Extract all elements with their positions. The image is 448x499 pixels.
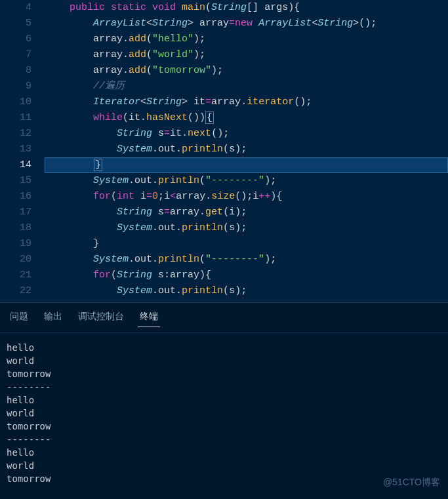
token: >: [182, 96, 193, 108]
token: s: [229, 285, 235, 296]
token: add: [129, 33, 146, 45]
code-line[interactable]: array.add("tomorrow");: [45, 63, 448, 79]
code-line[interactable]: ArrayList<String> array=new ArrayList<St…: [45, 16, 448, 31]
watermark-text: @51CTO博客: [383, 477, 440, 489]
token: (: [111, 269, 117, 281]
terminal-line: world: [7, 354, 441, 367]
token: (: [205, 2, 211, 13]
token: .: [129, 254, 134, 265]
code-line[interactable]: public static void main(String[] args){: [45, 0, 448, 16]
token: (: [146, 49, 152, 60]
code-line[interactable]: array.add("world");: [45, 47, 448, 63]
token: (: [146, 65, 152, 76]
terminal-output[interactable]: helloworldtomorrow--------helloworldtomo…: [0, 333, 448, 485]
code-line[interactable]: for(String s:array){: [45, 268, 448, 283]
code-line[interactable]: //遍历: [45, 79, 448, 94]
line-number: 18: [0, 220, 31, 236]
token: int: [117, 191, 140, 202]
code-line[interactable]: }: [45, 157, 448, 173]
line-number: 10: [0, 94, 31, 110]
token: s: [158, 128, 164, 139]
terminal-line: hello: [7, 446, 441, 459]
token: out: [158, 144, 176, 155]
token: String: [146, 96, 182, 108]
token: array: [93, 65, 123, 76]
token: println: [182, 285, 223, 296]
token: <: [146, 18, 152, 29]
token: ;: [158, 191, 164, 202]
token: .: [199, 207, 205, 218]
token: []: [247, 2, 264, 13]
token: =: [164, 207, 170, 218]
token: next: [188, 128, 211, 139]
line-number: 13: [0, 142, 31, 157]
token: ArrayList: [93, 18, 146, 29]
token: String: [117, 269, 158, 281]
token: s: [229, 222, 235, 233]
token: );: [235, 285, 247, 296]
token: );: [235, 222, 247, 233]
code-line[interactable]: while(it.hasNext()){: [45, 110, 448, 126]
code-line[interactable]: System.out.println(s);: [45, 283, 448, 299]
token: "tomorrow": [152, 65, 211, 76]
code-line[interactable]: String s=array.get(i);: [45, 205, 448, 220]
code-line[interactable]: System.out.println("--------");: [45, 252, 448, 268]
panel-tab[interactable]: 问题: [8, 309, 30, 327]
code-line[interactable]: }: [45, 236, 448, 252]
token: =: [164, 128, 170, 139]
code-line[interactable]: System.out.println("--------");: [45, 173, 448, 189]
token: ();: [211, 128, 229, 139]
token: array: [170, 207, 199, 218]
token: System: [117, 222, 152, 233]
line-number: 12: [0, 126, 31, 142]
token: <: [170, 191, 176, 202]
line-number: 14: [0, 157, 31, 173]
terminal-line: tomorrow: [7, 367, 441, 380]
token: (: [223, 285, 229, 296]
token: out: [134, 175, 152, 186]
code-line[interactable]: array.add("hello");: [45, 31, 448, 47]
token: System: [93, 254, 129, 265]
terminal-line: tomorrow: [7, 472, 441, 485]
panel-tab[interactable]: 终端: [138, 309, 160, 327]
token: .: [129, 175, 134, 186]
line-number: 19: [0, 236, 31, 252]
code-line[interactable]: System.out.println(s);: [45, 220, 448, 236]
code-line[interactable]: Iterator<String> it=array.iterator();: [45, 94, 448, 110]
panel-tab[interactable]: 调试控制台: [76, 309, 126, 327]
token: new: [235, 18, 258, 29]
token: out: [158, 222, 176, 233]
token: s: [229, 144, 235, 155]
token: ArrayList: [258, 18, 312, 29]
token: .: [152, 285, 158, 296]
terminal-line: --------: [7, 380, 441, 393]
token: out: [134, 254, 152, 265]
token: .: [152, 254, 158, 265]
token: hasNext: [146, 112, 188, 123]
code-area[interactable]: public static void main(String[] args){ …: [45, 0, 448, 302]
line-number: 7: [0, 47, 31, 63]
terminal-line: hello: [7, 341, 441, 354]
token: =: [146, 191, 152, 202]
line-number: 21: [0, 268, 31, 283]
token: array: [93, 49, 123, 60]
token: System: [117, 144, 152, 155]
token: ){: [270, 191, 282, 202]
token: .: [123, 65, 129, 76]
token: >();: [353, 18, 377, 29]
token: (: [223, 207, 229, 218]
code-line[interactable]: for(int i=0;i<array.size();i++){: [45, 189, 448, 205]
token: Iterator: [93, 96, 140, 108]
token: void: [152, 2, 182, 13]
token: >: [188, 18, 199, 29]
token: .: [176, 285, 182, 296]
token: i: [140, 191, 146, 202]
token: .: [140, 112, 146, 123]
code-line[interactable]: System.out.println(s);: [45, 142, 448, 157]
token: args: [264, 2, 288, 13]
code-line[interactable]: String s=it.next();: [45, 126, 448, 142]
token: //遍历: [93, 81, 125, 92]
panel-tab[interactable]: 输出: [42, 309, 64, 327]
line-number: 5: [0, 16, 31, 31]
token: (: [223, 144, 229, 155]
